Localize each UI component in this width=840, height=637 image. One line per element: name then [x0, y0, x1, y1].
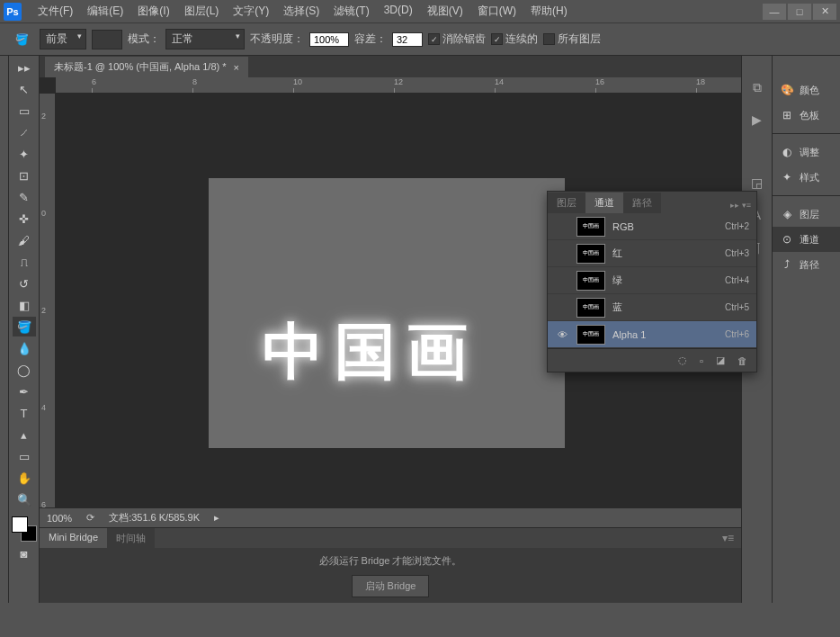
- channel-row[interactable]: 中国画蓝Ctrl+5: [548, 294, 756, 321]
- wand-tool-icon[interactable]: ✦: [13, 144, 36, 164]
- close-tab-icon[interactable]: ×: [234, 62, 239, 73]
- blur-tool-icon[interactable]: 💧: [13, 338, 36, 358]
- visibility-toggle-icon[interactable]: [555, 247, 569, 261]
- channel-name: 绿: [612, 274, 718, 287]
- close-button[interactable]: ✕: [813, 4, 836, 20]
- menu-item[interactable]: 3D(D): [377, 0, 420, 22]
- menu-item[interactable]: 文字(Y): [226, 0, 276, 22]
- panel-button-样式[interactable]: ✦样式: [773, 165, 840, 190]
- history-icon[interactable]: ⧉: [747, 77, 767, 97]
- menu-item[interactable]: 帮助(H): [523, 0, 575, 22]
- load-selection-icon[interactable]: ◌: [678, 354, 687, 366]
- heal-tool-icon[interactable]: ✜: [13, 209, 36, 229]
- channels-tab[interactable]: 路径: [623, 193, 661, 213]
- menu-item[interactable]: 窗口(W): [470, 0, 523, 22]
- zoom-tool-icon[interactable]: 🔍: [13, 489, 36, 509]
- channel-shortcut: Ctrl+4: [725, 275, 749, 285]
- channel-shortcut: Ctrl+3: [725, 248, 749, 258]
- bottom-tabs: Mini Bridge 时间轴 ▾≡: [40, 528, 741, 548]
- maximize-button[interactable]: □: [788, 4, 811, 20]
- contiguous-checkbox[interactable]: ✓连续的: [491, 31, 538, 47]
- bucket-tool-icon[interactable]: 🪣: [13, 317, 36, 336]
- channel-row[interactable]: 中国画绿Ctrl+4: [548, 267, 756, 294]
- panel-expand-icon[interactable]: ▸▸ ▾≡: [725, 197, 756, 213]
- doc-info[interactable]: 文档:351.6 K/585.9K: [109, 511, 200, 525]
- bucket-icon[interactable]: 🪣: [9, 30, 34, 49]
- panel-button-通道[interactable]: ⊙通道: [773, 227, 840, 252]
- brush-tool-icon[interactable]: 🖌: [13, 230, 36, 250]
- tolerance-input[interactable]: [392, 32, 423, 47]
- menu-item[interactable]: 文件(F): [31, 0, 80, 22]
- visibility-toggle-icon[interactable]: 👁: [555, 327, 569, 342]
- new-channel-icon[interactable]: ◪: [716, 354, 725, 366]
- stamp-tool-icon[interactable]: ⎍: [13, 252, 36, 272]
- channel-row[interactable]: 中国画RGBCtrl+2: [548, 213, 756, 240]
- tab-timeline[interactable]: 时间轴: [107, 528, 155, 548]
- pattern-picker[interactable]: [92, 30, 122, 49]
- status-bar: 100% ⟳ 文档:351.6 K/585.9K ▸: [40, 507, 741, 527]
- all-layers-checkbox[interactable]: 所有图层: [543, 31, 601, 47]
- crop-tool-icon[interactable]: ⊡: [13, 166, 36, 185]
- path-select-tool-icon[interactable]: ▴: [13, 425, 36, 444]
- eraser-tool-icon[interactable]: ◧: [13, 295, 36, 315]
- tab-minibridge[interactable]: Mini Bridge: [40, 528, 107, 548]
- panel-button-色板[interactable]: ⊞色板: [773, 103, 840, 128]
- actions-icon[interactable]: ▶: [747, 110, 767, 130]
- visibility-toggle-icon[interactable]: [555, 220, 569, 234]
- color-swatches[interactable]: [12, 516, 37, 542]
- history-brush-tool-icon[interactable]: ↺: [13, 274, 36, 293]
- doc-info-arrow-icon[interactable]: ▸: [214, 512, 219, 524]
- menu-bar: 文件(F)编辑(E)图像(I)图层(L)文字(Y)选择(S)滤镜(T)3D(D)…: [31, 0, 575, 22]
- channels-panel-tabs: 图层通道路径▸▸ ▾≡: [548, 192, 756, 213]
- menu-item[interactable]: 图层(L): [177, 0, 227, 22]
- visibility-toggle-icon[interactable]: [555, 301, 569, 315]
- expand-toolbox-icon[interactable]: ▸▸: [13, 58, 36, 77]
- delete-channel-icon[interactable]: 🗑: [737, 355, 747, 366]
- opacity-input[interactable]: [309, 32, 349, 47]
- panel-button-路径[interactable]: ⤴路径: [773, 252, 840, 277]
- marquee-tool-icon[interactable]: ▭: [13, 101, 36, 121]
- move-tool-icon[interactable]: ↖: [13, 79, 36, 99]
- channel-row[interactable]: 👁中国画Alpha 1Ctrl+6: [548, 321, 756, 348]
- shape-tool-icon[interactable]: ▭: [13, 446, 36, 466]
- panel-button-颜色[interactable]: 🎨颜色: [773, 77, 840, 103]
- rotate-view-icon[interactable]: ⟳: [86, 512, 94, 524]
- channel-row[interactable]: 中国画红Ctrl+3: [548, 240, 756, 267]
- zoom-level[interactable]: 100%: [47, 513, 72, 524]
- channel-thumbnail: 中国画: [576, 325, 605, 345]
- quickmask-icon[interactable]: ◙: [13, 543, 36, 563]
- menu-item[interactable]: 滤镜(T): [326, 0, 376, 22]
- document-tab[interactable]: 未标题-1 @ 100% (中国画, Alpha 1/8) * ×: [45, 57, 248, 77]
- panel-label: 样式: [800, 171, 819, 184]
- pen-tool-icon[interactable]: ✒: [13, 381, 36, 401]
- launch-bridge-button[interactable]: 启动 Bridge: [352, 575, 430, 597]
- eyedropper-tool-icon[interactable]: ✎: [13, 187, 36, 207]
- panel-menu-icon[interactable]: ▾≡: [715, 528, 741, 548]
- menu-item[interactable]: 图像(I): [130, 0, 176, 22]
- bridge-message: 必须运行 Bridge 才能浏览文件。: [319, 554, 462, 568]
- channels-tab[interactable]: 图层: [548, 193, 585, 213]
- menu-item[interactable]: 视图(V): [420, 0, 470, 22]
- menu-item[interactable]: 编辑(E): [80, 0, 130, 22]
- dodge-tool-icon[interactable]: ◯: [13, 360, 36, 380]
- panel-button-图层[interactable]: ◈图层: [773, 202, 840, 227]
- minimize-button[interactable]: —: [763, 4, 786, 20]
- mode-dropdown[interactable]: 正常: [165, 29, 245, 49]
- menu-item[interactable]: 选择(S): [276, 0, 326, 22]
- channels-tab[interactable]: 通道: [585, 193, 623, 213]
- type-tool-icon[interactable]: T: [13, 403, 36, 423]
- fg-color-swatch[interactable]: [12, 516, 28, 533]
- hand-tool-icon[interactable]: ✋: [13, 468, 36, 488]
- fill-source-dropdown[interactable]: 前景: [40, 29, 86, 49]
- properties-icon[interactable]: ◲: [747, 173, 767, 193]
- antialiasing-checkbox[interactable]: ✓消除锯齿: [428, 31, 486, 47]
- panel-icon: ⊞: [780, 108, 794, 122]
- window-controls: — □ ✕: [763, 4, 836, 20]
- save-selection-icon[interactable]: ▫: [700, 355, 703, 366]
- visibility-toggle-icon[interactable]: [555, 274, 569, 288]
- canvas[interactable]: 中国画: [209, 178, 565, 448]
- panel-label: 调整: [800, 146, 819, 159]
- lasso-tool-icon[interactable]: ⟋: [13, 122, 36, 142]
- panel-icon: ✦: [780, 170, 794, 184]
- panel-button-调整[interactable]: ◐调整: [773, 139, 840, 165]
